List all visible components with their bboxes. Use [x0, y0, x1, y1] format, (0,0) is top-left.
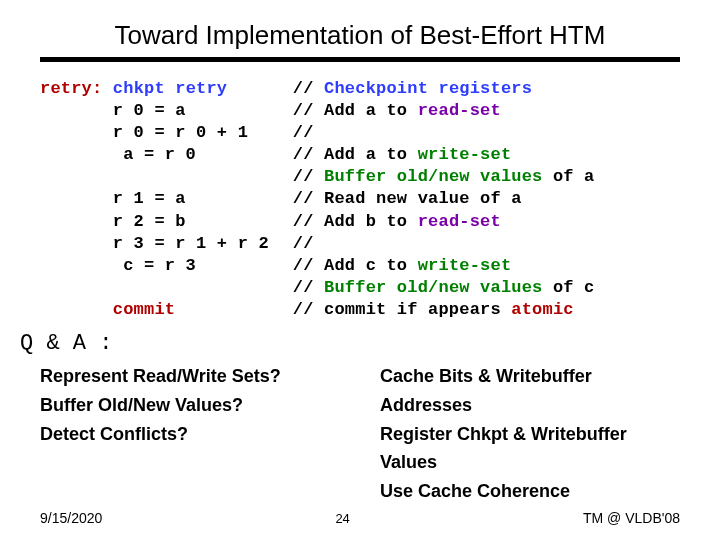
code-line: commit: [40, 299, 269, 321]
code-right: // Checkpoint registers// Add a to read-…: [293, 78, 680, 321]
code-line: r 1 = a: [40, 188, 269, 210]
qa-answer: Cache Bits & Writebuffer Addresses: [380, 362, 680, 420]
code-line: a = r 0: [40, 144, 269, 166]
qa-label: Q & A :: [20, 331, 680, 356]
qa-question: Buffer Old/New Values?: [40, 391, 340, 420]
code-line: r 0 = r 0 + 1: [40, 122, 269, 144]
qa-question: Represent Read/Write Sets?: [40, 362, 340, 391]
code-line: r 3 = r 1 + r 2: [40, 233, 269, 255]
code-left: retry: chkpt retry r 0 = a r 0 = r 0 + 1…: [40, 78, 269, 321]
code-line: // commit if appears atomic: [293, 299, 680, 321]
footer-venue: TM @ VLDB'08: [583, 510, 680, 526]
qa-answer: Register Chkpt & Writebuffer Values: [380, 420, 680, 478]
code-line: r 0 = a: [40, 100, 269, 122]
code-line: [40, 277, 269, 299]
code-line: // Add a to write-set: [293, 144, 680, 166]
footer-date: 9/15/2020: [40, 510, 102, 526]
slide-footer: 9/15/2020 24 TM @ VLDB'08: [40, 510, 680, 526]
code-line: // Read new value of a: [293, 188, 680, 210]
code-line: // Buffer old/new values of a: [293, 166, 680, 188]
slide: Toward Implementation of Best-Effort HTM…: [0, 0, 720, 540]
code-line: retry: chkpt retry: [40, 78, 269, 100]
code-line: // Add a to read-set: [293, 100, 680, 122]
footer-page: 24: [335, 511, 349, 526]
code-line: [40, 166, 269, 188]
code-block: retry: chkpt retry r 0 = a r 0 = r 0 + 1…: [40, 78, 680, 321]
code-line: // Add b to read-set: [293, 211, 680, 233]
code-line: r 2 = b: [40, 211, 269, 233]
code-line: // Buffer old/new values of c: [293, 277, 680, 299]
qa-section: Represent Read/Write Sets?Buffer Old/New…: [40, 362, 680, 506]
slide-title: Toward Implementation of Best-Effort HTM: [40, 20, 680, 62]
code-line: //: [293, 122, 680, 144]
code-line: //: [293, 233, 680, 255]
code-line: // Checkpoint registers: [293, 78, 680, 100]
qa-answer: Use Cache Coherence: [380, 477, 680, 506]
code-line: c = r 3: [40, 255, 269, 277]
code-line: // Add c to write-set: [293, 255, 680, 277]
qa-answers: Cache Bits & Writebuffer AddressesRegist…: [380, 362, 680, 506]
qa-questions: Represent Read/Write Sets?Buffer Old/New…: [40, 362, 340, 506]
qa-question: Detect Conflicts?: [40, 420, 340, 449]
